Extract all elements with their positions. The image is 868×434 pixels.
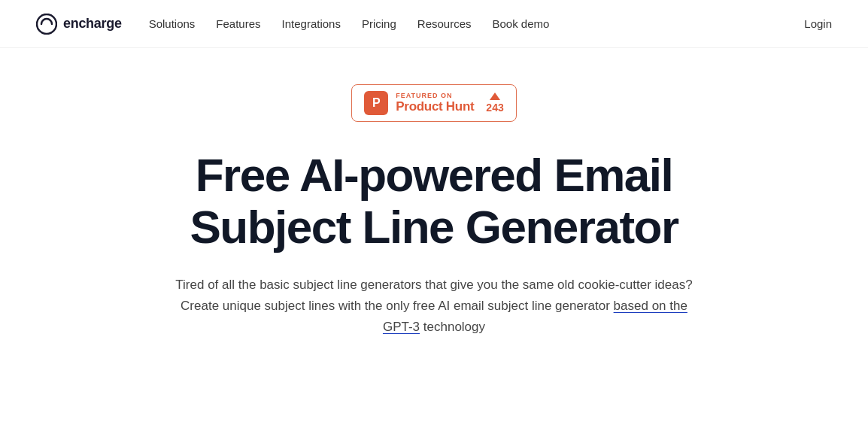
nav-item-integrations[interactable]: Integrations	[282, 17, 341, 31]
product-hunt-name: Product Hunt	[396, 99, 474, 114]
nav-item-solutions[interactable]: Solutions	[149, 17, 196, 31]
logo-icon	[36, 14, 57, 35]
vote-count: 243	[486, 102, 503, 114]
logo-text: encharge	[63, 16, 122, 32]
navbar: encharge Solutions Features Integrations…	[0, 0, 868, 48]
subtext-after-link: technology	[420, 320, 485, 334]
product-hunt-featured-label: FEATURED ON	[396, 92, 452, 99]
nav-item-pricing[interactable]: Pricing	[362, 17, 396, 31]
login-link[interactable]: Login	[804, 17, 832, 30]
nav-item-book-demo[interactable]: Book demo	[493, 17, 550, 31]
nav-item-features[interactable]: Features	[216, 17, 260, 31]
hero-subtext: Tired of all the basic subject line gene…	[167, 275, 701, 338]
product-hunt-votes: 243	[486, 93, 503, 114]
product-hunt-text: FEATURED ON Product Hunt	[396, 92, 474, 114]
nav-item-resources[interactable]: Resources	[417, 17, 472, 31]
upvote-triangle-icon	[490, 93, 500, 100]
logo[interactable]: encharge	[36, 14, 122, 35]
hero-headline: Free AI-powered Email Subject Line Gener…	[190, 149, 678, 253]
product-hunt-badge[interactable]: P FEATURED ON Product Hunt 243	[351, 84, 516, 122]
product-hunt-icon: P	[364, 91, 388, 115]
nav-left: encharge Solutions Features Integrations…	[36, 14, 549, 35]
svg-point-0	[37, 14, 56, 34]
nav-links: Solutions Features Integrations Pricing …	[149, 17, 550, 31]
main-content: P FEATURED ON Product Hunt 243 Free AI-p…	[0, 48, 868, 338]
